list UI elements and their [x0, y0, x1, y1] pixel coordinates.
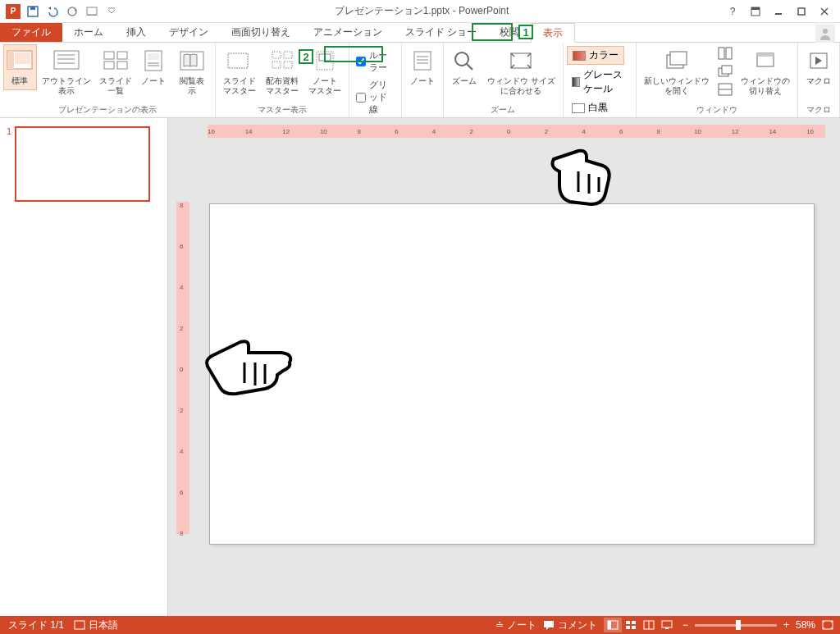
tab-design[interactable]: デザイン: [158, 23, 220, 42]
status-bar: スライド 1/1 日本語 ≐ ノート コメント − + 58%: [0, 616, 840, 634]
zoom-button[interactable]: ズーム: [447, 44, 482, 90]
cascade-button[interactable]: [715, 62, 735, 80]
svg-rect-7: [751, 7, 760, 10]
svg-rect-22: [104, 62, 114, 69]
svg-rect-21: [117, 52, 127, 59]
ruler-h-tick: 14: [769, 128, 776, 135]
grayscale-button[interactable]: グレースケール: [567, 66, 632, 98]
fit-window-button[interactable]: ウィンドウ サイズ に合わせる: [483, 44, 559, 100]
fit-to-window-icon[interactable]: [822, 620, 833, 630]
svg-rect-16: [54, 51, 79, 69]
slide-thumbnail-pane[interactable]: 1: [0, 118, 168, 616]
svg-rect-60: [75, 621, 84, 629]
title-bar: P プレゼンテーション1.pptx - PowerPoint ?: [0, 0, 840, 23]
tab-transitions[interactable]: 画面切り替え: [220, 23, 302, 42]
status-slide-number[interactable]: スライド 1/1: [8, 618, 64, 632]
maximize-icon[interactable]: [791, 2, 812, 21]
svg-rect-9: [798, 8, 805, 15]
handout-master-button[interactable]: 配布資料 マスター: [262, 44, 303, 100]
arrange-all-button[interactable]: [715, 44, 735, 62]
bw-button[interactable]: 白黒: [567, 99, 613, 116]
ruler-h-tick: 4: [432, 128, 436, 135]
zoom-percent[interactable]: 58%: [796, 619, 815, 631]
svg-point-40: [455, 52, 468, 66]
tab-home[interactable]: ホーム: [62, 23, 115, 42]
normal-view-icon[interactable]: [604, 618, 622, 632]
sorter-view-icon[interactable]: [622, 618, 640, 632]
ruler-v-tick: 8: [180, 530, 183, 537]
svg-rect-71: [665, 627, 669, 629]
vertical-ruler[interactable]: 864202468: [176, 202, 189, 534]
group-color: カラー グレースケール 白黒 カラー/グレースケール: [564, 43, 637, 117]
ruler-h-tick: 10: [694, 128, 701, 135]
close-icon[interactable]: [814, 2, 835, 21]
macros-button[interactable]: マクロ: [801, 44, 836, 90]
tab-view[interactable]: 表示: [531, 23, 575, 43]
status-language[interactable]: 日本語: [74, 618, 118, 632]
status-notes-button[interactable]: ≐ ノート: [495, 618, 536, 632]
save-icon[interactable]: [23, 2, 43, 21]
ruler-v-tick: 2: [180, 325, 183, 332]
status-comments-button[interactable]: コメント: [543, 618, 597, 632]
svg-rect-64: [626, 621, 630, 624]
slideshow-view-icon[interactable]: [658, 618, 676, 632]
color-button[interactable]: カラー: [567, 46, 624, 65]
slide-thumbnail-1[interactable]: 1: [7, 126, 161, 202]
ruler-h-tick: 12: [732, 128, 739, 135]
tab-insert[interactable]: 挿入: [115, 23, 158, 42]
undo-icon[interactable]: [43, 2, 62, 21]
svg-rect-1: [30, 7, 35, 10]
svg-rect-20: [104, 52, 114, 59]
ribbon-display-icon[interactable]: [745, 2, 766, 21]
user-avatar[interactable]: [815, 25, 835, 43]
normal-view-button[interactable]: 標準: [3, 44, 37, 90]
svg-rect-32: [272, 62, 281, 68]
horizontal-ruler[interactable]: 1614121086420246810121416: [208, 125, 825, 138]
zoom-out-button[interactable]: −: [682, 619, 688, 631]
app-icon[interactable]: P: [3, 2, 23, 21]
pointing-hand-icon-2: [199, 338, 298, 404]
quick-access-toolbar: P: [0, 2, 121, 21]
reading-view-button[interactable]: 閲覧表示: [172, 44, 212, 100]
split-button[interactable]: [715, 80, 735, 98]
ruler-checkbox[interactable]: ルーラー: [353, 48, 398, 75]
svg-rect-15: [15, 52, 30, 64]
switch-windows-button[interactable]: ウィンドウの 切り替え: [737, 44, 794, 100]
tab-file[interactable]: ファイル: [0, 23, 62, 42]
tab-slideshow[interactable]: スライド ショー: [394, 23, 488, 42]
svg-rect-23: [117, 62, 127, 69]
callout-2: 2: [299, 49, 313, 64]
thumbnail-image[interactable]: [15, 126, 150, 202]
minimize-icon[interactable]: [768, 2, 789, 21]
reading-view-icon[interactable]: [640, 618, 658, 632]
redo-icon[interactable]: [62, 2, 82, 21]
slide-edit-area: 1614121086420246810121416 864202468: [168, 118, 840, 616]
slide-master-button[interactable]: スライド マスター: [219, 44, 260, 100]
ruler-h-tick: 0: [507, 128, 510, 135]
zoom-in-button[interactable]: +: [783, 619, 789, 631]
outline-view-button[interactable]: アウトライン 表示: [39, 44, 94, 100]
new-window-button[interactable]: 新しいウィンドウ を開く: [640, 44, 714, 100]
ruler-v-tick: 6: [180, 489, 183, 496]
svg-rect-31: [284, 52, 292, 58]
group-label-zoom: ズーム: [447, 104, 559, 117]
window-controls: ?: [722, 2, 840, 21]
svg-rect-52: [757, 53, 774, 57]
svg-rect-48: [722, 66, 732, 74]
help-icon[interactable]: ?: [722, 2, 743, 21]
ruler-v-tick: 8: [180, 202, 183, 209]
notes-button[interactable]: ノート: [405, 44, 440, 90]
comment-icon: [543, 620, 555, 630]
group-macro: マクロ マクロ: [798, 43, 840, 117]
slide-sorter-button[interactable]: スライド 一覧: [95, 44, 135, 100]
zoom-slider[interactable]: [695, 624, 777, 627]
svg-point-12: [823, 29, 828, 34]
start-from-beginning-icon[interactable]: [82, 2, 102, 21]
slide-canvas[interactable]: [209, 203, 815, 545]
qat-customize-icon[interactable]: [102, 2, 121, 21]
tab-animations[interactable]: アニメーション: [302, 23, 394, 42]
notes-page-button[interactable]: ノート: [137, 44, 171, 90]
svg-rect-65: [632, 621, 636, 624]
gridlines-checkbox[interactable]: グリッド線: [353, 77, 398, 117]
svg-rect-46: [726, 48, 732, 59]
